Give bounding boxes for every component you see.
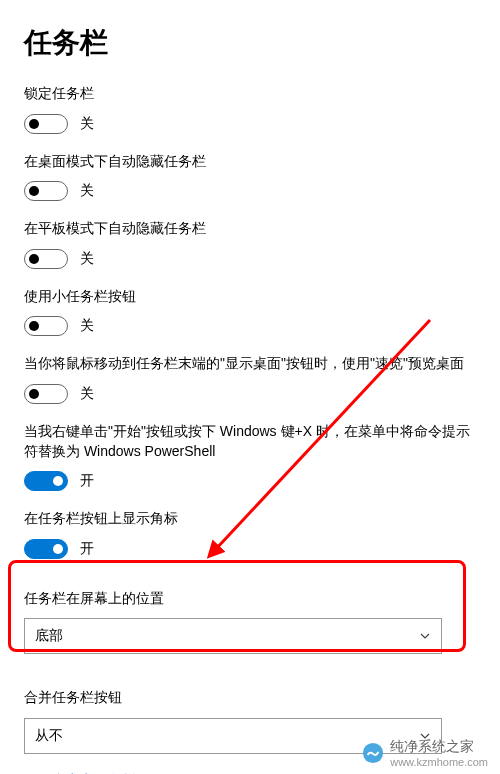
watermark-logo-icon	[362, 742, 384, 764]
dropdown-value: 底部	[35, 627, 63, 645]
toggle-state-text: 关	[80, 182, 94, 200]
page-title: 任务栏	[24, 24, 476, 62]
toggle-state-text: 关	[80, 385, 94, 403]
setting-label: 使用小任务栏按钮	[24, 287, 476, 307]
toggle-state-text: 开	[80, 472, 94, 490]
setting-label: 锁定任务栏	[24, 84, 476, 104]
dropdown-value: 从不	[35, 727, 63, 745]
toggle-autohide-tablet[interactable]	[24, 249, 68, 269]
setting-label: 当我右键单击"开始"按钮或按下 Windows 键+X 时，在菜单中将命令提示符…	[24, 422, 476, 461]
chevron-down-icon	[419, 630, 431, 642]
setting-label: 合并任务栏按钮	[24, 688, 476, 708]
toggle-state-text: 关	[80, 115, 94, 133]
setting-label: 任务栏在屏幕上的位置	[24, 589, 476, 609]
setting-label: 当你将鼠标移动到任务栏末端的"显示桌面"按钮时，使用"速览"预览桌面	[24, 354, 476, 374]
setting-label: 在桌面模式下自动隐藏任务栏	[24, 152, 476, 172]
toggle-state-text: 关	[80, 317, 94, 335]
setting-autohide-tablet: 在平板模式下自动隐藏任务栏 关	[24, 219, 476, 269]
setting-small-buttons: 使用小任务栏按钮 关	[24, 287, 476, 337]
toggle-peek[interactable]	[24, 384, 68, 404]
watermark: 纯净系统之家 www.kzmhome.com	[362, 738, 488, 768]
setting-position: 任务栏在屏幕上的位置 底部	[10, 577, 490, 671]
setting-badges: 在任务栏按钮上显示角标 开	[24, 509, 476, 559]
toggle-lock-taskbar[interactable]	[24, 114, 68, 134]
toggle-state-text: 开	[80, 540, 94, 558]
setting-label: 在任务栏按钮上显示角标	[24, 509, 476, 529]
setting-lock-taskbar: 锁定任务栏 关	[24, 84, 476, 134]
dropdown-taskbar-position[interactable]: 底部	[24, 618, 442, 654]
setting-label: 在平板模式下自动隐藏任务栏	[24, 219, 476, 239]
toggle-state-text: 关	[80, 250, 94, 268]
toggle-powershell[interactable]	[24, 471, 68, 491]
setting-powershell: 当我右键单击"开始"按钮或按下 Windows 键+X 时，在菜单中将命令提示符…	[24, 422, 476, 491]
toggle-badges[interactable]	[24, 539, 68, 559]
watermark-url: www.kzmhome.com	[390, 756, 488, 768]
watermark-text: 纯净系统之家	[390, 738, 488, 756]
setting-autohide-desktop: 在桌面模式下自动隐藏任务栏 关	[24, 152, 476, 202]
toggle-autohide-desktop[interactable]	[24, 181, 68, 201]
setting-peek: 当你将鼠标移动到任务栏末端的"显示桌面"按钮时，使用"速览"预览桌面 关	[24, 354, 476, 404]
toggle-small-buttons[interactable]	[24, 316, 68, 336]
